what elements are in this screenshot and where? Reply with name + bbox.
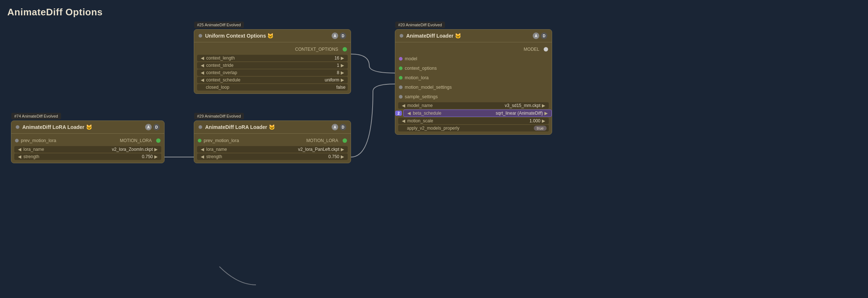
motion-scale-left-arrow[interactable]: ◀ (400, 118, 407, 123)
context-schedule-right-arrow[interactable]: ▶ (339, 77, 346, 83)
model-name-right-arrow[interactable]: ▶ (540, 103, 547, 108)
context-stride-label: context_stride (205, 63, 310, 68)
node-lora-74-status-dot (16, 125, 19, 129)
motion-scale-right-arrow[interactable]: ▶ (540, 118, 547, 123)
motion-model-settings-dot (399, 85, 403, 89)
icon-d[interactable]: D (340, 33, 346, 39)
lora29-lora-name-value: v2_lora_PanLeft.ckpt (298, 147, 339, 152)
lora74-strength-value: 0.750 (124, 154, 153, 159)
lora29-motion-lora-socket[interactable] (343, 138, 347, 143)
model-name-value: v3_sd15_mm.ckpt (505, 103, 540, 108)
node-uniform-title: Uniform Context Options 🐱 (205, 33, 329, 39)
beta-schedule-control: ◀ beta_schedule sqrt_linear (AnimateDiff… (403, 110, 552, 117)
lora74-motion-lora-socket[interactable] (156, 138, 161, 143)
apply-v2-label: apply_v2_models_properly (400, 126, 517, 131)
lora74-lora-name-left-arrow[interactable]: ◀ (16, 147, 23, 152)
node-uniform-body: CONTEXT_OPTIONS ◀ context_length 16 ▶ ◀ … (194, 42, 351, 93)
lora74-strength-label: strength (23, 154, 124, 159)
node-lora-29-icons: A D (332, 124, 346, 130)
lora74-lora-name-right-arrow[interactable]: ▶ (153, 147, 159, 152)
context-overlap-value: 8 (310, 70, 339, 75)
node-loader-header: AnimateDiff Loader 🐱 A D (395, 30, 552, 42)
context-overlap-label: context_overlap (205, 70, 310, 75)
model-name-control: ◀ model_name v3_sd15_mm.ckpt ▶ (398, 102, 549, 109)
node-lora-29-title: AnimateDiff LoRA Loader 🐱 (205, 124, 329, 130)
lora29-strength-control: ◀ strength 0.750 ▶ (197, 153, 348, 160)
node-loader-title: AnimateDiff Loader 🐱 (406, 33, 530, 39)
context-stride-left-arrow[interactable]: ◀ (199, 63, 205, 68)
context-length-value: 16 (310, 56, 339, 61)
context-schedule-control: ◀ context_schedule uniform ▶ (197, 77, 348, 83)
node-lora-74-icons: A D (145, 124, 160, 130)
context-overlap-left-arrow[interactable]: ◀ (199, 70, 205, 75)
model-output-row: MODEL (395, 45, 552, 54)
node-lora-29-body: prev_motion_lora MOTION_LORA ◀ lora_name… (194, 134, 351, 163)
lora74-prev-motion-label: prev_motion_lora (21, 138, 56, 143)
lora74-strength-left-arrow[interactable]: ◀ (16, 154, 23, 159)
closed-loop-control: closed_loop false (197, 84, 348, 91)
context-schedule-value: uniform (310, 77, 339, 83)
lora29-prev-motion-label: prev_motion_lora (204, 138, 239, 143)
context-schedule-label: context_schedule (205, 77, 310, 83)
lora29-icon-a[interactable]: A (332, 124, 338, 130)
context-options-input-label: context_options (405, 66, 437, 71)
model-input-label: model (405, 56, 417, 61)
motion-scale-value: 1.000 (511, 118, 540, 123)
beta-schedule-value: sqrt_linear (AnimateDiff) (496, 111, 543, 116)
context-length-label: context_length (205, 56, 310, 61)
node-lora-29: #29 AnimateDiff Evolved AnimateDiff LoRA… (194, 121, 351, 163)
icon-a[interactable]: A (332, 33, 338, 39)
lora29-lora-name-right-arrow[interactable]: ▶ (339, 147, 346, 152)
context-length-right-arrow[interactable]: ▶ (339, 56, 346, 61)
lora74-prev-motion-row: prev_motion_lora MOTION_LORA (11, 136, 164, 145)
model-name-left-arrow[interactable]: ◀ (400, 103, 407, 108)
node-uniform-context: #25 AnimateDiff Evolved Uniform Context … (194, 29, 351, 94)
context-length-left-arrow[interactable]: ◀ (199, 56, 205, 61)
loader-icon-d[interactable]: D (541, 33, 547, 39)
lora29-prev-motion-row: prev_motion_lora MOTION_LORA (194, 136, 351, 145)
motion-lora-input-dot (399, 76, 403, 80)
motion-scale-label: motion_scale (407, 118, 511, 123)
lora29-strength-right-arrow[interactable]: ▶ (339, 154, 346, 159)
context-stride-control: ◀ context_stride 1 ▶ (197, 62, 348, 69)
lora74-prev-motion-dot (15, 139, 19, 142)
sample-settings-row: sample_settings (395, 92, 552, 102)
closed-loop-label: closed_loop (199, 85, 316, 90)
context-stride-right-arrow[interactable]: ▶ (339, 63, 346, 68)
context-options-input-row: context_options (395, 64, 552, 73)
sample-settings-dot (399, 95, 403, 99)
node-lora-29-header: AnimateDiff LoRA Loader 🐱 A D (194, 121, 351, 134)
beta-schedule-right-arrow[interactable]: ▶ (543, 111, 549, 116)
context-schedule-left-arrow[interactable]: ◀ (199, 77, 205, 83)
node-animatediff-loader: #20 AnimateDiff Evolved AnimateDiff Load… (395, 29, 552, 135)
node-lora-74: #74 AnimateDiff Evolved AnimateDiff LoRA… (11, 121, 165, 163)
lora74-motion-lora-output-label: MOTION_LORA (120, 138, 152, 143)
node-loader-icons: A D (533, 33, 547, 39)
apply-v2-value: true (517, 126, 547, 131)
lora74-strength-right-arrow[interactable]: ▶ (153, 154, 159, 159)
lora29-icon-d[interactable]: D (340, 124, 346, 130)
node-loader-badge: #20 AnimateDiff Evolved (395, 22, 445, 28)
context-options-output-label: CONTEXT_OPTIONS (295, 47, 338, 52)
model-output-label: MODEL (524, 47, 539, 52)
apply-v2-control: apply_v2_models_properly true (398, 125, 549, 131)
beta-schedule-left-arrow[interactable]: ◀ (406, 111, 412, 116)
node-uniform-status-dot (199, 34, 202, 38)
lora29-lora-name-label: lora_name (205, 147, 298, 152)
lora29-strength-left-arrow[interactable]: ◀ (199, 154, 205, 159)
model-socket[interactable] (544, 47, 548, 51)
lora74-icon-a[interactable]: A (145, 124, 152, 130)
motion-scale-control: ◀ motion_scale 1.000 ▶ (398, 118, 549, 124)
loader-icon-a[interactable]: A (533, 33, 539, 39)
node-lora-74-title: AnimateDiff LoRA Loader 🐱 (22, 124, 142, 130)
context-options-socket[interactable] (343, 47, 347, 51)
lora74-icon-d[interactable]: D (153, 124, 160, 130)
context-overlap-right-arrow[interactable]: ▶ (339, 70, 346, 75)
lora29-lora-name-left-arrow[interactable]: ◀ (199, 147, 205, 152)
context-stride-value: 1 (310, 63, 339, 68)
sample-settings-label: sample_settings (405, 94, 438, 99)
model-name-label: model_name (407, 103, 505, 108)
context-overlap-control: ◀ context_overlap 8 ▶ (197, 69, 348, 76)
node-lora-29-status-dot (199, 125, 202, 129)
lora29-lora-name-control: ◀ lora_name v2_lora_PanLeft.ckpt ▶ (197, 146, 348, 153)
